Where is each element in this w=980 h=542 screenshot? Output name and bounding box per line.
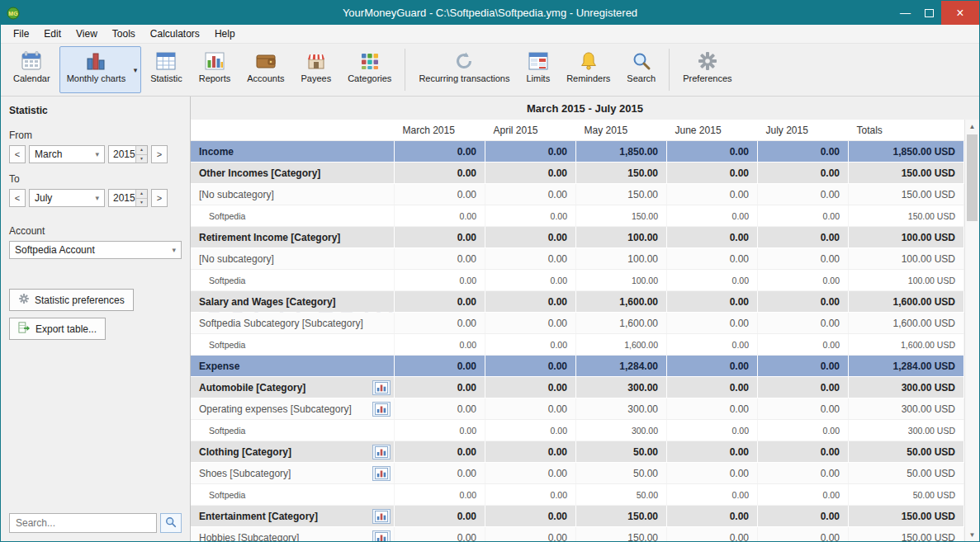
table-row[interactable]: [No subcategory]0.000.00150.000.000.0015… <box>191 184 964 205</box>
row-chart-icon[interactable] <box>372 402 391 417</box>
spinner-up-icon[interactable]: ▲ <box>136 146 147 155</box>
wallet-icon <box>255 50 277 72</box>
statistic-preferences-button[interactable]: Statistic preferences <box>9 289 134 311</box>
to-month-value: July <box>35 192 52 204</box>
row-chart-icon[interactable] <box>372 530 391 542</box>
statistic-table-icon <box>155 50 177 72</box>
table-row[interactable]: Salary and Wages [Category]0.000.001,600… <box>191 291 964 313</box>
table-row[interactable]: Retirement Income [Category]0.000.00100.… <box>191 227 964 248</box>
cell-value: 0.00 <box>485 441 576 463</box>
spinner-down-icon[interactable]: ▼ <box>136 199 147 207</box>
table-row[interactable]: Other Incomes [Category]0.000.00150.000.… <box>191 163 964 184</box>
to-next-button[interactable]: > <box>151 189 168 207</box>
left-arrow-icon: < <box>15 193 20 203</box>
table-row[interactable]: Softpedia0.000.00150.000.000.00150.00 US… <box>191 205 964 227</box>
chevron-down-icon[interactable]: ▾ <box>134 66 138 74</box>
table-row[interactable]: Clothing [Category]0.000.0050.000.000.00… <box>191 441 964 463</box>
toolbar-button-reports[interactable]: Reports <box>192 46 239 93</box>
table-row[interactable]: Softpedia0.000.0050.000.000.0050.00 USD <box>191 484 964 506</box>
cell-value: 0.00 <box>395 291 485 313</box>
menu-item-edit[interactable]: Edit <box>36 25 69 43</box>
sidebar-search-button[interactable] <box>160 513 182 533</box>
table-row[interactable]: Operating expenses [Subcategory]0.000.00… <box>191 398 964 420</box>
table-row[interactable]: Softpedia0.000.001,600.000.000.001,600.0… <box>191 334 964 356</box>
cell-value: 0.00 <box>667 356 758 377</box>
menu-item-calculators[interactable]: Calculators <box>143 25 207 43</box>
toolbar-button-preferences[interactable]: Preferences <box>675 46 739 93</box>
scroll-down-icon[interactable]: ▼ <box>965 528 979 541</box>
table-row[interactable]: Income0.000.001,850.000.000.001,850.00 U… <box>191 141 964 163</box>
svg-text:MG: MG <box>8 11 18 16</box>
from-year-value: 2015 <box>109 146 135 163</box>
row-label: Softpedia <box>191 334 395 356</box>
cell-value: 0.00 <box>667 205 758 227</box>
table-row[interactable]: Hobbies [Subcategory]0.000.00150.000.000… <box>191 527 964 542</box>
close-button[interactable]: × <box>941 1 979 25</box>
menu-item-file[interactable]: File <box>6 25 36 43</box>
stat-table-body: Income0.000.001,850.000.000.001,850.00 U… <box>191 141 964 542</box>
from-prev-button[interactable]: < <box>9 145 26 163</box>
cell-value: 0.00 <box>485 291 576 313</box>
export-table-button[interactable]: Export table... <box>9 318 106 340</box>
toolbar-button-calendar[interactable]: Calendar <box>6 46 58 93</box>
calendar-icon <box>21 50 42 72</box>
table-row[interactable]: [No subcategory]0.000.00100.000.000.0010… <box>191 248 964 270</box>
toolbar-button-payees[interactable]: Payees <box>293 46 339 93</box>
maximize-button[interactable] <box>917 1 941 25</box>
right-arrow-icon: > <box>157 149 162 159</box>
row-chart-icon[interactable] <box>372 380 391 395</box>
from-month-dropdown[interactable]: March ▾ <box>29 145 105 163</box>
toolbar-button-monthly-charts[interactable]: Monthly charts▾ <box>59 46 142 93</box>
toolbar-button-search[interactable]: Search <box>619 46 663 93</box>
row-label: Expense <box>191 356 395 377</box>
table-row[interactable]: Shoes [Subcategory]0.000.0050.000.000.00… <box>191 463 964 484</box>
cell-value: 0.00 <box>395 248 485 270</box>
to-prev-button[interactable]: < <box>9 189 26 207</box>
menu-item-view[interactable]: View <box>69 25 105 43</box>
table-row[interactable]: Softpedia0.000.00300.000.000.00300.00 US… <box>191 420 964 441</box>
row-chart-icon[interactable] <box>372 445 391 460</box>
cell-value: 0.00 <box>395 420 485 441</box>
cell-value: 0.00 <box>667 184 758 205</box>
cell-value: 0.00 <box>395 184 485 205</box>
cell-value: 0.00 <box>758 248 849 270</box>
toolbar-button-reminders[interactable]: Reminders <box>559 46 618 93</box>
toolbar-button-limits[interactable]: Limits <box>518 46 557 93</box>
row-chart-icon[interactable] <box>372 509 391 524</box>
account-dropdown[interactable]: Softpedia Account ▾ <box>9 241 182 259</box>
from-year-spinner[interactable]: 2015 ▲ ▼ <box>108 145 148 163</box>
cell-value: 0.00 <box>667 270 758 291</box>
cell-value: 0.00 <box>758 484 849 506</box>
toolbar-button-categories[interactable]: Categories <box>340 46 399 93</box>
menu-item-tools[interactable]: Tools <box>105 25 143 43</box>
table-row[interactable]: Automobile [Category]0.000.00300.000.000… <box>191 377 964 398</box>
table-row[interactable]: Expense0.000.001,284.000.000.001,284.00 … <box>191 356 964 377</box>
cell-value: 1,600.00 USD <box>849 291 964 313</box>
window-controls: — × <box>893 1 979 25</box>
to-month-dropdown[interactable]: July ▾ <box>29 189 105 207</box>
row-chart-icon[interactable] <box>372 466 391 481</box>
cell-value: 0.00 <box>485 527 576 542</box>
table-row[interactable]: Entertainment [Category]0.000.00150.000.… <box>191 506 964 527</box>
from-next-button[interactable]: > <box>151 145 168 163</box>
app-window: MG YourMoneyGuard - C:\Softpedia\Softped… <box>0 0 980 542</box>
minimize-button[interactable]: — <box>893 1 917 25</box>
toolbar-button-label: Accounts <box>247 73 284 83</box>
scroll-up-icon[interactable]: ▲ <box>965 120 979 133</box>
from-month-value: March <box>35 148 62 160</box>
menu-item-help[interactable]: Help <box>207 25 243 43</box>
cell-value: 0.00 <box>758 377 849 398</box>
search-input[interactable] <box>9 513 157 533</box>
spinner-down-icon[interactable]: ▼ <box>136 155 147 163</box>
toolbar-button-recurring-transactions[interactable]: Recurring transactions <box>411 46 517 93</box>
column-header: June 2015 <box>667 120 758 141</box>
to-year-spinner[interactable]: 2015 ▲ ▼ <box>108 189 148 207</box>
table-row[interactable]: Softpedia Subcategory [Subcategory]0.000… <box>191 313 964 334</box>
toolbar-button-statistic[interactable]: Statistic <box>143 46 190 93</box>
scrollbar-thumb[interactable] <box>967 134 978 221</box>
table-row[interactable]: Softpedia0.000.00100.000.000.00100.00 US… <box>191 270 964 291</box>
cell-value: 100.00 <box>576 248 667 270</box>
vertical-scrollbar[interactable]: ▲ ▼ <box>964 120 979 541</box>
toolbar-button-accounts[interactable]: Accounts <box>239 46 291 93</box>
spinner-up-icon[interactable]: ▲ <box>136 190 147 199</box>
